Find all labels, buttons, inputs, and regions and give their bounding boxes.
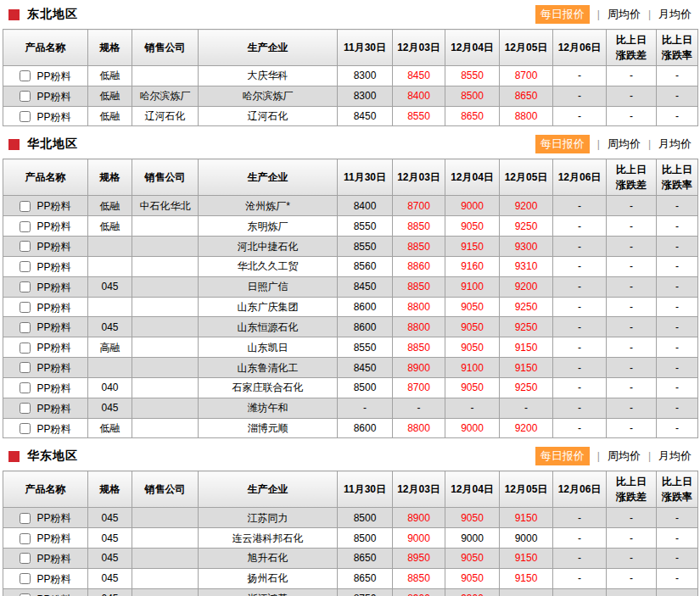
price-cell: 8600 [338, 297, 393, 317]
row-checkbox[interactable] [20, 513, 31, 524]
section-header: 东北地区每日报价|周均价|月均价 [0, 0, 700, 29]
row-checkbox[interactable] [20, 111, 31, 122]
row-checkbox[interactable] [20, 533, 31, 544]
column-header: 比上日涨跌率 [657, 471, 698, 508]
daily-quote-tab[interactable]: 每日报价 [535, 5, 590, 24]
price-cell: 8550 [338, 237, 393, 257]
table-row: PP粉料045连云港科邦石化8500900090009000--- [3, 528, 698, 549]
price-cell: - [607, 256, 657, 276]
tab-separator: | [597, 8, 600, 20]
producer-cell: 石家庄联合石化 [199, 377, 338, 398]
product-cell: PP粉料 [3, 568, 88, 588]
daily-quote-tab[interactable]: 每日报价 [535, 447, 590, 465]
price-cell: 9200 [500, 418, 553, 438]
region-section: 东北地区每日报价|周均价|月均价产品名称规格销售公司生产企业11月30日12月0… [0, 0, 700, 126]
spec-cell [88, 358, 132, 378]
producer-cell: 山东鲁清化工 [199, 358, 338, 378]
price-cell: - [657, 377, 698, 398]
price-cell: - [553, 86, 607, 106]
price-cell: - [657, 358, 698, 378]
producer-cell: 淄博元顺 [199, 418, 338, 438]
table-row: PP粉料低融大庆华科8300845085508700--- [3, 66, 698, 86]
row-checkbox[interactable] [20, 201, 31, 212]
price-cell: - [607, 66, 657, 86]
column-header-line2: 涨跌差 [608, 489, 655, 504]
monthly-avg-tab[interactable]: 月均价 [658, 448, 692, 464]
row-checkbox[interactable] [20, 241, 31, 252]
product-name: PP粉料 [36, 91, 70, 103]
price-cell: 9310 [500, 256, 553, 276]
price-cell: 9160 [445, 256, 500, 276]
product-name: PP粉料 [36, 573, 70, 585]
price-cell: 8800 [393, 297, 445, 317]
producer-cell: 旭升石化 [199, 549, 338, 569]
quote-period-tabs: 每日报价|周均价|月均价 [535, 135, 693, 153]
weekly-avg-tab[interactable]: 周均价 [608, 7, 641, 22]
price-cell: 8300 [338, 86, 393, 106]
price-cell: 9150 [445, 237, 500, 257]
producer-cell: 山东凯日 [199, 337, 338, 358]
monthly-avg-tab[interactable]: 月均价 [658, 7, 692, 22]
price-cell: 8850 [393, 337, 445, 358]
price-cell: 8860 [393, 256, 445, 276]
row-checkbox[interactable] [20, 261, 31, 272]
section-title-group: 东北地区 [8, 7, 78, 22]
section-bullet-icon [8, 451, 20, 462]
column-header: 11月30日 [338, 30, 393, 66]
price-cell: - [657, 256, 698, 276]
column-header: 比上日涨跌率 [657, 159, 698, 196]
price-cell: 9200 [500, 276, 553, 297]
row-checkbox[interactable] [20, 573, 31, 584]
price-cell: 9000 [445, 418, 500, 438]
row-checkbox[interactable] [20, 302, 31, 313]
daily-quote-tab[interactable]: 每日报价 [535, 135, 590, 153]
producer-cell: 连云港科邦石化 [199, 528, 338, 549]
weekly-avg-tab[interactable]: 周均价 [608, 448, 641, 464]
row-checkbox[interactable] [20, 553, 31, 564]
column-header: 比上日涨跌差 [607, 471, 657, 508]
row-checkbox[interactable] [20, 70, 31, 81]
price-cell: 9200 [500, 196, 553, 216]
price-cell: 9050 [445, 508, 500, 528]
row-checkbox[interactable] [20, 403, 31, 414]
monthly-avg-tab[interactable]: 月均价 [658, 136, 692, 152]
table-row: PP粉料河北中捷石化8550885091509300--- [3, 237, 698, 257]
column-header: 12月04日 [445, 30, 500, 66]
product-name: PP粉料 [36, 422, 70, 434]
product-name: PP粉料 [36, 200, 70, 212]
price-cell: - [607, 549, 657, 569]
price-cell: 8800 [393, 317, 445, 337]
seller-cell [132, 549, 199, 569]
seller-cell [132, 568, 199, 588]
row-checkbox[interactable] [20, 423, 31, 434]
product-cell: PP粉料 [3, 549, 88, 569]
seller-cell [132, 588, 199, 596]
seller-cell [132, 377, 199, 398]
price-cell: - [553, 358, 607, 378]
column-header-line1: 比上日 [608, 162, 655, 177]
seller-cell: 辽河石化 [132, 106, 199, 126]
section-title: 东北地区 [27, 7, 78, 22]
row-checkbox[interactable] [20, 322, 31, 333]
price-cell: - [607, 106, 657, 126]
price-cell: - [607, 317, 657, 337]
price-cell: - [553, 568, 607, 588]
row-checkbox[interactable] [20, 382, 31, 393]
price-cell: 8400 [338, 196, 393, 216]
product-name: PP粉料 [36, 241, 70, 253]
price-cell: - [607, 377, 657, 398]
row-checkbox[interactable] [20, 91, 31, 102]
weekly-avg-tab[interactable]: 周均价 [608, 136, 641, 152]
price-cell: 8600 [338, 418, 393, 438]
row-checkbox[interactable] [20, 281, 31, 292]
header-row: 产品名称规格销售公司生产企业11月30日12月03日12月04日12月05日12… [3, 30, 698, 66]
price-cell: - [500, 398, 553, 418]
row-checkbox[interactable] [20, 343, 31, 354]
row-checkbox[interactable] [20, 221, 31, 232]
row-checkbox[interactable] [20, 362, 31, 373]
price-cell: 8800 [393, 418, 445, 438]
section-title: 华东地区 [27, 448, 78, 464]
price-cell: - [607, 568, 657, 588]
price-cell: - [607, 528, 657, 549]
price-cell: - [657, 317, 698, 337]
